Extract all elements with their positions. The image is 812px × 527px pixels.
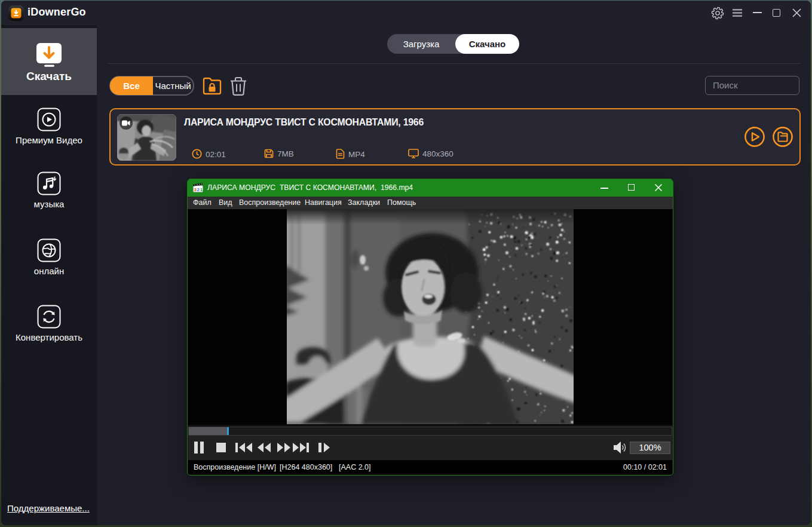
svg-text:1: 1 [200, 187, 203, 192]
